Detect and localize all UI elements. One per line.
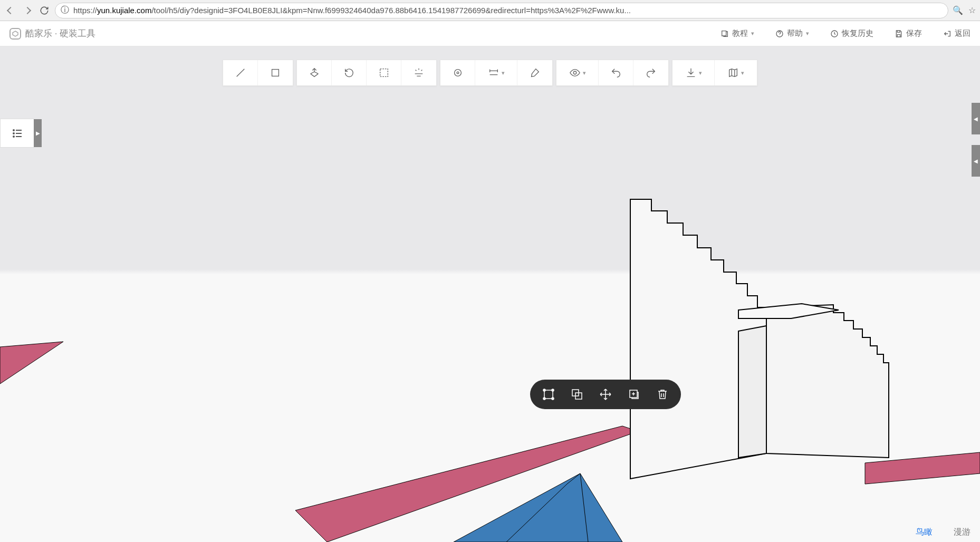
svg-point-22 bbox=[13, 133, 14, 134]
view-roam[interactable]: 漫游 bbox=[954, 527, 971, 538]
download-tool[interactable]: ▾ bbox=[672, 60, 715, 85]
browser-bar: ⓘ https://yun.kujiale.com/tool/h5/diy?de… bbox=[0, 0, 980, 21]
svg-point-30 bbox=[552, 398, 554, 400]
svg-marker-0 bbox=[13, 31, 18, 36]
scene-3d bbox=[0, 46, 980, 542]
url-path: /tool/h5/diy?designid=3FO4LB0E8JLI&kpm=N… bbox=[151, 6, 631, 15]
svg-line-10 bbox=[236, 69, 244, 77]
save-button[interactable]: 保存 bbox=[895, 28, 922, 38]
rect-tool[interactable] bbox=[258, 60, 293, 85]
svg-point-14 bbox=[457, 72, 459, 74]
view-mode-bar: 鸟瞰 漫游 bbox=[916, 527, 971, 538]
right-panel-handle-2[interactable]: ◀ bbox=[972, 145, 980, 177]
main-toolbar: ▾ ▾ ▾ ▾ bbox=[223, 60, 757, 86]
url-host: yun.kujiale.com bbox=[97, 6, 151, 15]
move-icon[interactable] bbox=[599, 388, 612, 401]
svg-marker-3 bbox=[0, 342, 63, 384]
brand: 酷家乐 · 硬装工具 bbox=[9, 27, 95, 40]
svg-rect-26 bbox=[544, 390, 553, 399]
star-icon[interactable]: ☆ bbox=[968, 5, 976, 15]
reload-icon[interactable] bbox=[38, 4, 51, 17]
redo-tool[interactable] bbox=[633, 60, 668, 85]
brand-name: 酷家乐 bbox=[25, 28, 52, 38]
group-icon[interactable] bbox=[570, 388, 584, 401]
svg-point-29 bbox=[543, 398, 545, 400]
line-tool[interactable] bbox=[223, 60, 258, 85]
brand-icon bbox=[9, 28, 21, 40]
light-tool[interactable] bbox=[401, 60, 436, 85]
app-header: 酷家乐 · 硬装工具 教程▾ 帮助▾ 恢复历史 保存 返回 bbox=[0, 21, 980, 46]
svg-rect-12 bbox=[380, 69, 388, 77]
select-icon[interactable] bbox=[542, 388, 555, 401]
left-panel-toggle[interactable]: ▶ bbox=[0, 119, 34, 148]
view-tool[interactable]: ▾ bbox=[556, 60, 599, 85]
duplicate-icon[interactable] bbox=[627, 388, 641, 401]
delete-icon[interactable] bbox=[656, 388, 669, 401]
right-panel-handle-1[interactable]: ◀ bbox=[972, 103, 980, 134]
svg-point-19 bbox=[573, 71, 577, 74]
svg-rect-11 bbox=[272, 70, 279, 76]
svg-point-24 bbox=[13, 136, 14, 137]
svg-point-27 bbox=[543, 389, 545, 391]
restore-button[interactable]: 恢复历史 bbox=[830, 28, 873, 38]
help-button[interactable]: 帮助▾ bbox=[775, 28, 809, 38]
target-tool[interactable] bbox=[440, 60, 475, 85]
address-bar[interactable]: ⓘ https://yun.kujiale.com/tool/h5/diy?de… bbox=[55, 3, 948, 18]
measure-tool[interactable]: ▾ bbox=[475, 60, 517, 85]
tutorial-button[interactable]: 教程▾ bbox=[720, 28, 754, 38]
zoom-icon[interactable]: 🔍 bbox=[953, 5, 963, 15]
svg-marker-9 bbox=[738, 326, 766, 458]
context-toolbar bbox=[530, 380, 681, 409]
info-icon: ⓘ bbox=[61, 5, 69, 16]
left-expand-icon[interactable]: ▶ bbox=[34, 119, 42, 147]
back-button[interactable]: 返回 bbox=[943, 28, 971, 38]
extrude-tool[interactable] bbox=[297, 60, 332, 85]
rotate-tool[interactable] bbox=[332, 60, 367, 85]
svg-point-20 bbox=[13, 130, 14, 131]
brush-tool[interactable] bbox=[517, 60, 552, 85]
frame-tool[interactable] bbox=[367, 60, 401, 85]
map-tool[interactable]: ▾ bbox=[715, 60, 757, 85]
brand-sub: 硬装工具 bbox=[60, 28, 95, 38]
svg-point-13 bbox=[454, 70, 461, 76]
undo-tool[interactable] bbox=[599, 60, 633, 85]
back-icon[interactable] bbox=[4, 4, 17, 17]
forward-icon[interactable] bbox=[21, 4, 34, 17]
view-bird[interactable]: 鸟瞰 bbox=[916, 527, 933, 538]
url-prefix: https:// bbox=[73, 6, 97, 15]
svg-point-28 bbox=[552, 389, 554, 391]
